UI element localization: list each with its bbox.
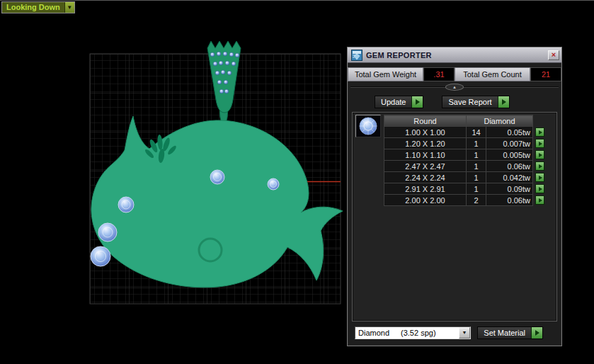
gem-size-cell[interactable]: 1.20 X 1.20 (384, 138, 467, 149)
gem-shape-thumbnail[interactable] (355, 115, 381, 137)
gem-row-action-cell (533, 172, 547, 183)
gem-size-cell[interactable]: 2.47 X 2.47 (384, 161, 467, 172)
total-gem-weight-value: .31 (423, 67, 455, 81)
set-material-button[interactable]: Set Material (477, 326, 543, 339)
close-icon[interactable]: × (548, 50, 559, 60)
gem-row-action-cell (533, 183, 547, 195)
gem-table-row: 2.00 X 2.0020.06tw (384, 195, 547, 206)
gem-instance (268, 178, 279, 190)
play-icon (539, 164, 542, 169)
gem-weight-cell[interactable]: 0.042tw (486, 172, 533, 183)
gem-count-cell[interactable]: 2 (467, 195, 486, 206)
gem-count-cell[interactable]: 1 (467, 149, 486, 161)
play-icon (539, 153, 542, 157)
totals-bar: Total Gem Weight .31 Total Gem Count 21 (348, 67, 561, 81)
play-icon (502, 99, 506, 105)
gem-row-go-button[interactable] (535, 184, 544, 193)
gem-table-row: 1.10 X 1.1010.005tw (384, 149, 547, 161)
gem-instance (91, 246, 110, 266)
set-material-go-button[interactable] (531, 327, 542, 339)
material-row: Diamond (3.52 spg) ▼ Set Material (348, 326, 561, 339)
gem-reporter-icon (351, 50, 362, 61)
gem-table-row: 1.20 X 1.2010.007tw (384, 138, 547, 149)
gem-instance (98, 223, 117, 241)
play-icon (535, 330, 539, 336)
gem-reporter-titlebar[interactable]: GEM REPORTER × (348, 47, 561, 63)
material-dropdown[interactable]: Diamond (3.52 spg) ▼ (355, 326, 471, 339)
gem-table: Round Diamond 1.00 X 1.00140.05tw1.20 X … (384, 115, 547, 206)
gem-row-go-button[interactable] (535, 195, 544, 205)
gem-row-go-button[interactable] (535, 173, 544, 182)
dropdown-arrow-icon[interactable]: ▼ (459, 327, 470, 339)
collapse-panel-button[interactable]: ▲ (445, 84, 464, 91)
play-icon (539, 130, 542, 135)
gem-size-cell[interactable]: 2.00 X 2.00 (384, 195, 467, 206)
gem-table-body: 1.00 X 1.00140.05tw1.20 X 1.2010.007tw1.… (384, 127, 547, 206)
gem-row-action-cell (533, 149, 547, 161)
viewport-label-text: Looking Down (2, 2, 64, 13)
gem-row-action-cell (533, 195, 547, 206)
gem-row-action-cell (533, 161, 547, 172)
gem-table-group: Round Diamond 1.00 X 1.00140.05tw1.20 X … (352, 112, 557, 322)
gem-row-action-cell (533, 127, 547, 138)
save-report-go-button[interactable] (498, 96, 509, 108)
shape-column-header: Round (384, 115, 467, 127)
gem-count-cell[interactable]: 14 (467, 127, 486, 138)
gem-table-row: 1.00 X 1.00140.05tw (384, 127, 547, 138)
actions-column-header (533, 115, 547, 127)
gem-count-cell[interactable]: 1 (467, 172, 486, 183)
gem-instance (210, 170, 224, 184)
collapse-row: ▲ (348, 83, 561, 91)
save-report-button-label: Save Report (442, 96, 497, 108)
gem-size-cell[interactable]: 1.00 X 1.00 (384, 127, 467, 138)
gem-weight-cell[interactable]: 0.06tw (486, 195, 533, 206)
gem-row-action-cell (533, 138, 547, 149)
gem-size-cell[interactable]: 2.91 X 2.91 (384, 183, 467, 195)
gem-table-row: 2.91 X 2.9110.09tw (384, 183, 547, 195)
gem-table-row: 2.47 X 2.4710.06tw (384, 161, 547, 172)
play-icon (539, 176, 542, 180)
update-button-label: Update (375, 96, 411, 108)
gem-count-cell[interactable]: 1 (467, 183, 486, 195)
viewport-label[interactable]: Looking Down ▼ (1, 1, 75, 13)
gem-weight-cell[interactable]: 0.007tw (486, 138, 533, 149)
set-material-label: Set Material (478, 327, 531, 339)
gem-size-cell[interactable]: 1.10 X 1.10 (384, 149, 467, 161)
gem-table-header-row: Round Diamond (384, 115, 547, 127)
total-gem-weight-label: Total Gem Weight (348, 67, 423, 81)
save-report-button[interactable]: Save Report (442, 96, 509, 108)
gem-count-cell[interactable]: 1 (467, 161, 486, 172)
material-dropdown-spg: (3.52 spg) (401, 329, 436, 337)
collapse-arrow-icon: ▲ (452, 85, 457, 89)
play-icon (539, 187, 542, 191)
gem-size-cell[interactable]: 2.24 X 2.24 (384, 172, 467, 183)
gem-count-cell[interactable]: 1 (467, 138, 486, 149)
update-button[interactable]: Update (375, 96, 423, 108)
update-go-button[interactable] (411, 96, 423, 108)
gem-instance (118, 197, 134, 212)
gem-table-row: 2.24 X 2.2410.042tw (384, 172, 547, 183)
viewport-dropdown-icon[interactable]: ▼ (64, 2, 74, 13)
gem-row-go-button[interactable] (535, 150, 544, 159)
total-gem-count-value: 21 (530, 67, 561, 81)
actions-row: Update Save Report (348, 96, 561, 108)
play-icon (416, 99, 420, 105)
material-dropdown-value: Diamond (355, 329, 389, 337)
play-icon (539, 198, 542, 203)
round-gem-icon (356, 115, 380, 137)
gem-reporter-panel: GEM REPORTER × Total Gem Weight .31 Tota… (347, 47, 562, 346)
gem-row-go-button[interactable] (535, 127, 544, 137)
gem-weight-cell[interactable]: 0.06tw (486, 161, 533, 172)
gem-weight-cell[interactable]: 0.09tw (486, 183, 533, 195)
gem-weight-cell[interactable]: 0.05tw (486, 127, 533, 138)
gem-row-go-button[interactable] (535, 161, 544, 171)
panel-title: GEM REPORTER (366, 51, 548, 59)
gem-weight-cell[interactable]: 0.005tw (486, 149, 533, 161)
play-icon (539, 142, 542, 146)
gem-row-go-button[interactable] (535, 139, 544, 148)
app-screen: Looking Down ▼ (0, 0, 594, 364)
total-gem-count-label: Total Gem Count (455, 67, 530, 81)
material-column-header: Diamond (467, 115, 533, 127)
